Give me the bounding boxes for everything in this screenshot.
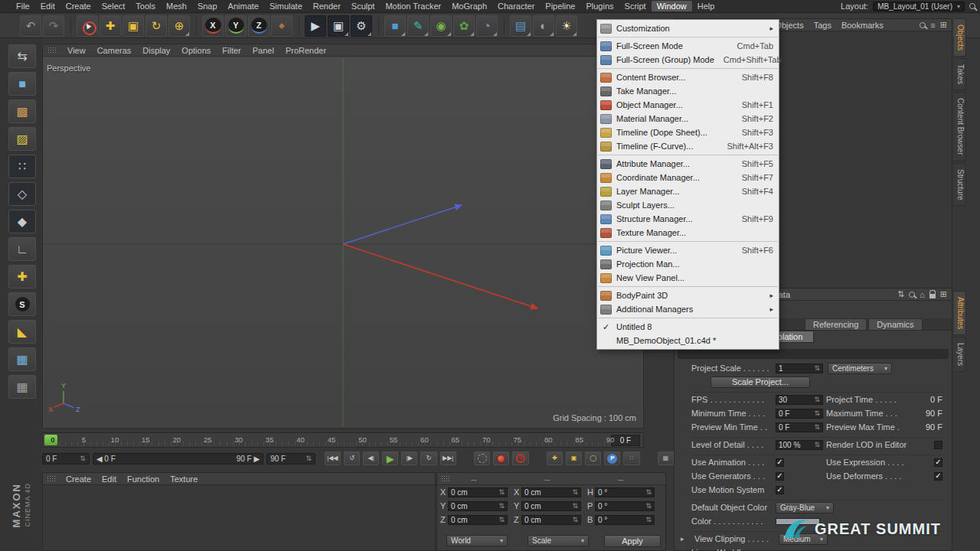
menubar-item-motion-tracker[interactable]: Motion Tracker — [380, 1, 446, 11]
menubar-item-animate[interactable]: Animate — [223, 1, 264, 11]
menubar-item-help[interactable]: Help — [692, 1, 720, 11]
menubar-item-select[interactable]: Select — [96, 1, 131, 11]
key-scale-button[interactable]: ▣ — [566, 452, 582, 465]
view-label[interactable]: Perspective — [47, 64, 90, 73]
menubar-item-render[interactable]: Render — [308, 1, 346, 11]
texture-mode-button[interactable]: ▩ — [8, 99, 36, 123]
layout-dropdown[interactable]: MB_Layout_01 (User) ▾ — [873, 2, 965, 11]
key-rotation-button[interactable]: ◯ — [585, 452, 601, 465]
side-tab-attributes[interactable]: Attributes — [954, 291, 966, 335]
stepper-icon[interactable]: ⇅ — [498, 516, 505, 523]
scale-unit-dropdown[interactable]: Centimeters▾ — [828, 363, 892, 374]
z-value-field[interactable]: 0 cm⇅ — [521, 515, 581, 525]
model-mode-button[interactable]: ■ — [8, 72, 36, 96]
workplane-mode-button[interactable]: ∟ — [8, 237, 36, 261]
drag-grip-icon[interactable] — [441, 475, 449, 482]
menu-item-full-screen-group-mode[interactable]: Full-Screen (Group) ModeCmd+Shift+Tab — [597, 53, 779, 67]
options-icon[interactable]: ⊞ — [940, 20, 947, 30]
menu-item-timeline-dope-sheet[interactable]: Timeline (Dope Sheet)...Shift+F3 — [597, 126, 779, 139]
key-parameter-button[interactable]: P — [604, 452, 620, 465]
x-value-field[interactable]: 0 cm⇅ — [448, 487, 508, 497]
menubar-item-mesh[interactable]: Mesh — [161, 1, 192, 11]
menu-item-mb-demoobject-01-c4d[interactable]: MB_DemoObject_01.c4d * — [597, 334, 779, 347]
level-of-detail-field[interactable]: 100 %⇅ — [776, 440, 823, 450]
tab-referencing[interactable]: Referencing — [805, 318, 867, 330]
viewport-menu-display[interactable]: Display — [142, 46, 170, 55]
preview-min-time-field[interactable]: 0 F⇅ — [776, 422, 823, 432]
stepper-icon[interactable]: ⇅ — [498, 502, 505, 510]
home-icon[interactable]: ⌂ — [920, 290, 925, 299]
b-value-field[interactable]: 0 °⇅ — [595, 515, 655, 525]
menu-item-coordinate-manager[interactable]: Coordinate Manager...Shift+F7 — [597, 171, 779, 184]
menubar-item-mograph[interactable]: MoGraph — [446, 1, 492, 11]
last-used-tool-button[interactable]: ⊕ — [168, 15, 190, 37]
side-tab-objects[interactable]: Objects — [954, 18, 966, 57]
viewport-menu-options[interactable]: Options — [181, 46, 211, 55]
move-tool-button[interactable]: ✚ — [100, 15, 121, 37]
drag-grip-icon[interactable] — [47, 47, 56, 54]
menu-item-untitled-8[interactable]: ✓Untitled 8 — [597, 320, 779, 334]
minimum-time-field[interactable]: 0 F⇅ — [776, 409, 823, 419]
stepper-icon[interactable]: ⇅ — [80, 455, 86, 462]
enable-axis-button[interactable]: ✚ — [8, 265, 36, 289]
keyframe-selection-button[interactable]: ? — [512, 452, 528, 465]
quantize-grid-button[interactable]: ▦ — [8, 347, 36, 371]
p-value-field[interactable]: 0 °⇅ — [595, 501, 655, 511]
stepper-icon[interactable]: ⇅ — [814, 364, 820, 372]
menu-item-sculpt-layers[interactable]: Sculpt Layers... — [597, 198, 779, 212]
live-selection-button[interactable]: ▲ — [77, 15, 98, 37]
goto-end-button[interactable]: ▶▶| — [440, 452, 456, 465]
stepper-icon[interactable]: ⇅ — [498, 488, 505, 496]
stepper-icon[interactable]: ⇅ — [814, 409, 820, 417]
menu-item-additional-managers[interactable]: Additional Managers▸ — [597, 302, 779, 316]
add-cube-object-button[interactable]: ■ — [384, 15, 406, 37]
uv-mode-button[interactable]: ▨ — [8, 127, 36, 151]
side-tab-content-browser[interactable]: Content Browser — [954, 92, 966, 161]
stepper-icon[interactable]: ⇅ — [814, 396, 820, 403]
coordinate-system-button[interactable]: ⌖ — [271, 15, 292, 37]
physical-sky-button[interactable]: ◐ — [533, 15, 554, 37]
scale-project-button[interactable]: Scale Project... — [710, 377, 810, 388]
timeline-ruler[interactable]: 0 F 051015202530354045505560657075808590 — [42, 432, 644, 448]
viewport-canvas[interactable]: Y Z X Perspective Grid Spacing : 100 cm — [44, 57, 642, 427]
space-dropdown[interactable]: World▾ — [446, 535, 508, 546]
menubar-item-create[interactable]: Create — [60, 1, 96, 11]
position-column-header[interactable]: -- — [471, 474, 476, 484]
menu-item-timeline-f-curve[interactable]: Timeline (F-Curve)...Shift+Alt+F3 — [597, 139, 779, 153]
h-value-field[interactable]: 0 °⇅ — [595, 487, 655, 497]
material-menu-create[interactable]: Create — [66, 474, 91, 484]
menubar-item-tools[interactable]: Tools — [130, 1, 161, 11]
menu-item-structure-manager[interactable]: Structure Manager...Shift+F9 — [597, 212, 779, 226]
lock-x-axis-button[interactable]: X — [202, 15, 224, 37]
render-settings-button[interactable]: ⚙ — [351, 15, 372, 37]
menu-item-full-screen-mode[interactable]: Full-Screen ModeCmd+Tab — [597, 39, 779, 53]
menu-item-attribute-manager[interactable]: Attribute Manager...Shift+F5 — [597, 157, 779, 171]
drag-grip-icon[interactable] — [47, 475, 55, 482]
expander-icon[interactable]: ▸ — [681, 535, 690, 543]
stepper-icon[interactable]: ⇅ — [305, 455, 312, 462]
menubar-item-snap[interactable]: Snap — [192, 1, 223, 11]
preview-range-slider[interactable]: ◀ 0 F 90 F ▶ — [93, 453, 263, 465]
lock-icon[interactable] — [929, 294, 936, 298]
goto-start-button[interactable]: |◀◀ — [325, 452, 341, 465]
z-value-field[interactable]: 0 cm⇅ — [448, 515, 508, 525]
timeline-layout-button[interactable]: ▦ — [658, 452, 674, 465]
material-menu-texture[interactable]: Texture — [170, 474, 198, 484]
stepper-icon[interactable]: ⇅ — [814, 423, 820, 431]
menu-item-content-browser[interactable]: Content Browser...Shift+F8 — [597, 70, 779, 84]
object-manager-menu-tags[interactable]: Tags — [814, 21, 831, 30]
menu-item-new-view-panel[interactable]: New View Panel... — [597, 271, 779, 285]
record-active-objects-button[interactable] — [474, 452, 490, 465]
menu-item-customization[interactable]: Customization▸ — [597, 21, 779, 35]
stepper-icon[interactable]: ⇅ — [572, 516, 578, 523]
subdivision-surface-button[interactable]: ◉ — [430, 15, 452, 37]
rotate-tool-button[interactable]: ↻ — [145, 15, 167, 37]
scale-tool-button[interactable]: ▣ — [122, 15, 144, 37]
object-manager-menu-bookmarks[interactable]: Bookmarks — [841, 21, 884, 30]
viewport-menu-panel[interactable]: Panel — [253, 46, 274, 55]
search-icon[interactable] — [920, 22, 926, 28]
menubar-item-script[interactable]: Script — [619, 1, 652, 11]
apply-button[interactable]: Apply — [604, 535, 661, 547]
metaball-object-button[interactable]: ◔ — [476, 15, 498, 37]
play-forwards-button[interactable]: ▶ — [382, 452, 398, 465]
